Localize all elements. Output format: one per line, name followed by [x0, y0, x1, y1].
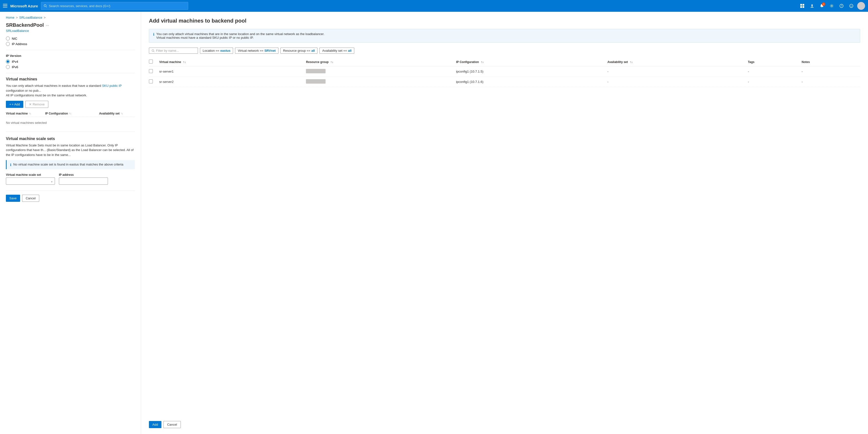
- svg-rect-8: [803, 6, 804, 8]
- header-rg-col[interactable]: Resource group ↑↓: [304, 58, 454, 66]
- breadcrumb-sep2: >: [44, 16, 45, 20]
- svg-rect-5: [800, 4, 802, 6]
- sku-link[interactable]: SKU public IP: [102, 84, 122, 88]
- flyout-cancel-label: Cancel: [167, 423, 177, 426]
- nic-radio[interactable]: NIC: [6, 37, 135, 40]
- svg-point-13: [849, 4, 853, 8]
- row-checkbox[interactable]: [149, 69, 153, 73]
- flyout-cancel-button[interactable]: Cancel: [163, 421, 181, 428]
- vm-section-desc: You can only attach virtual machines in …: [6, 84, 135, 98]
- ip-sort-icon[interactable]: ↑↓: [69, 112, 71, 115]
- save-button[interactable]: Save: [6, 195, 20, 202]
- user-avatar[interactable]: [857, 2, 865, 10]
- vmss-section-title: Virtual machine scale sets: [6, 137, 135, 141]
- vnet-filter-pill[interactable]: Virtual network == SRVnet: [235, 47, 278, 54]
- upload-icon-btn[interactable]: [808, 2, 816, 10]
- ipv4-radio-input[interactable]: [6, 60, 10, 64]
- ipv6-radio-input[interactable]: [6, 65, 10, 69]
- svg-rect-0: [3, 4, 7, 4]
- ip-address-radio-input[interactable]: [6, 42, 10, 46]
- ip-address-input[interactable]: [59, 177, 108, 185]
- vm-col-sort[interactable]: ↑↓: [183, 60, 186, 64]
- ipconfig-col-sort[interactable]: ↑↓: [480, 60, 484, 64]
- empty-state-text: No virtual machines selected: [6, 118, 135, 128]
- avail-filter-value: all: [348, 49, 351, 53]
- table-row: sr-server1 ipconfig1 (10.7.1.5) - - -: [149, 66, 860, 77]
- svg-rect-7: [800, 6, 802, 8]
- svg-point-15: [852, 5, 852, 6]
- portal-icon-btn[interactable]: [798, 2, 806, 10]
- search-box[interactable]: [149, 47, 198, 54]
- vm-sort-icon[interactable]: ↑↓: [29, 112, 31, 115]
- notification-badge: 6: [822, 2, 825, 6]
- left-panel-actions: Save Cancel: [6, 191, 135, 202]
- availset-col-sort[interactable]: ↑↓: [630, 60, 633, 64]
- main-layout: Home > SRLoadBalance > SRBackendPool ···…: [0, 12, 868, 434]
- filter-name-input[interactable]: [156, 49, 195, 53]
- remove-button[interactable]: ✕ Remove: [25, 101, 48, 108]
- breadcrumb-home[interactable]: Home: [6, 16, 14, 20]
- location-filter-pill[interactable]: Location == eastus: [200, 47, 233, 54]
- divider-1: [6, 50, 135, 50]
- vm-scale-set-select[interactable]: [6, 177, 55, 185]
- ip-address-radio[interactable]: IP Address: [6, 42, 135, 46]
- cancel-label: Cancel: [26, 196, 36, 200]
- header-notes-col: Notes: [799, 58, 860, 66]
- vmss-info-text: No virtual machine scale set is found in…: [13, 163, 123, 166]
- ipv6-radio[interactable]: IPv6: [6, 65, 135, 69]
- vm-table-body: sr-server1 ipconfig1 (10.7.1.5) - - - sr…: [149, 66, 860, 87]
- nic-radio-input[interactable]: [6, 37, 10, 40]
- breadcrumb-parent[interactable]: SRLoadBalance: [19, 16, 42, 20]
- vm-selection-table: Virtual machine ↑↓ Resource group ↑↓ IP …: [149, 58, 860, 87]
- avail-col-label: Availability set: [99, 112, 120, 115]
- header-availset-col[interactable]: Availability set ↑↓: [605, 58, 745, 66]
- vm-table-header-row: Virtual machine ↑↓ Resource group ↑↓ IP …: [149, 58, 860, 66]
- vm-section-title: Virtual machines: [6, 77, 135, 81]
- flyout-add-button[interactable]: Add: [149, 421, 161, 428]
- svg-point-16: [152, 49, 154, 52]
- vm-table-header: Virtual machine ↑↓ IP Configuration ↑↓ A…: [6, 112, 135, 117]
- ip-address-radio-label: IP Address: [12, 42, 27, 46]
- row-checkbox[interactable]: [149, 79, 153, 84]
- save-label: Save: [9, 196, 17, 200]
- avail-filter-label: Availability set ==: [322, 49, 347, 53]
- more-options-icon[interactable]: ···: [45, 23, 49, 28]
- feedback-icon-btn[interactable]: [847, 2, 855, 10]
- notification-icon-btn[interactable]: 6: [818, 2, 826, 10]
- row-vm-name: sr-server1: [157, 66, 304, 77]
- settings-icon-btn[interactable]: [828, 2, 836, 10]
- svg-line-17: [154, 51, 154, 52]
- select-all-checkbox[interactable]: [149, 60, 153, 64]
- header-vm-col[interactable]: Virtual machine ↑↓: [157, 58, 304, 66]
- remove-label: Remove: [33, 102, 44, 106]
- menu-icon[interactable]: [3, 3, 7, 8]
- rg-col-sort[interactable]: ↑↓: [331, 60, 333, 64]
- ip-version-radio-group: IPv4 IPv6: [6, 60, 135, 69]
- search-bar[interactable]: [41, 2, 188, 10]
- row-checkbox-cell[interactable]: [149, 77, 157, 87]
- add-icon: +: [9, 102, 11, 106]
- ip-address-field-label: IP address: [59, 173, 108, 176]
- vm-table-thead: Virtual machine ↑↓ Resource group ↑↓ IP …: [149, 58, 860, 66]
- filter-search-icon: [152, 49, 155, 52]
- row-resource-group: [304, 77, 454, 87]
- ipv4-radio[interactable]: IPv4: [6, 60, 135, 64]
- vmss-fields: Virtual machine scale set IP address: [6, 173, 135, 185]
- svg-text:?: ?: [841, 5, 842, 7]
- add-button[interactable]: + + Add: [6, 101, 23, 108]
- remove-icon: ✕: [29, 102, 32, 106]
- vmss-info-box: ℹ No virtual machine scale set is found …: [6, 160, 135, 169]
- ip-version-label: IP Version: [6, 54, 135, 58]
- resource-group-filter-pill[interactable]: Resource group == all: [280, 47, 318, 54]
- avail-set-filter-pill[interactable]: Availability set == all: [319, 47, 354, 54]
- row-avail-set: -: [605, 77, 745, 87]
- row-checkbox-cell[interactable]: [149, 66, 157, 77]
- search-input[interactable]: [49, 4, 185, 8]
- help-icon-btn[interactable]: ?: [838, 2, 845, 10]
- rg-filter-value: all: [311, 49, 315, 53]
- rg-col-text: Resource group: [306, 60, 329, 64]
- avail-sort-icon[interactable]: ↑↓: [121, 112, 123, 115]
- left-cancel-button[interactable]: Cancel: [22, 195, 39, 202]
- header-ipconfig-col[interactable]: IP Configuration ↑↓: [454, 58, 605, 66]
- vm-desc-text-1: You can only attach virtual machines in …: [6, 84, 102, 88]
